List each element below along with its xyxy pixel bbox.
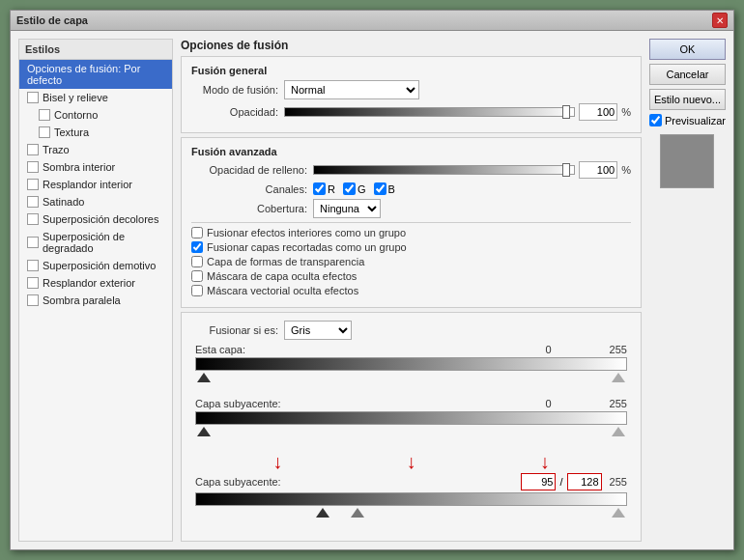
opacidad-thumb[interactable] [562, 105, 570, 119]
sidebar-item-superpos-decolores[interactable]: Superposición decolores [19, 210, 172, 228]
sidebar-item-trazo[interactable]: Trazo [19, 141, 172, 158]
sombra-interior-checkbox[interactable] [27, 161, 39, 173]
canal-b-text: B [388, 183, 395, 195]
preview-check-label[interactable]: Previsualizar [649, 114, 726, 126]
textura-checkbox[interactable] [39, 126, 50, 138]
fusionar-si-label: Fusionar si es: [191, 324, 278, 336]
fusion-avanzada-title: Fusión avanzada [191, 146, 631, 157]
sidebar-item-resplandor-exterior[interactable]: Resplandor exterior [19, 274, 172, 292]
sidebar-item-label: Superposición de degradado [43, 231, 164, 254]
canal-b-label[interactable]: B [374, 182, 395, 195]
sidebar-item-label: Resplandor exterior [43, 277, 135, 289]
mascara-vectorial-checkbox[interactable] [191, 285, 203, 296]
opacidad-slider[interactable] [284, 107, 575, 117]
canal-r-text: R [328, 183, 335, 195]
capa-sub2-thumb-left2[interactable] [351, 508, 364, 518]
capa-sub2-label: Capa subyacente: [195, 476, 281, 488]
new-style-button[interactable]: Estilo nuevo... [649, 89, 726, 110]
superpos-demotivo-checkbox[interactable] [27, 260, 39, 271]
resplandor-exterior-checkbox[interactable] [27, 277, 39, 289]
superpos-decolores-checkbox[interactable] [27, 213, 39, 225]
capa-sub-max: 255 [610, 398, 627, 409]
esta-capa-labels: Esta capa: 0 255 [195, 344, 627, 355]
arrows-row: ↓ ↓ ↓ [191, 452, 631, 471]
bisel-checkbox[interactable] [27, 92, 39, 103]
cobertura-select[interactable]: Ninguna Superficial Profunda [313, 199, 381, 218]
esta-capa-thumb-right[interactable] [612, 373, 625, 382]
canal-g-checkbox[interactable] [343, 182, 356, 195]
trazo-checkbox[interactable] [27, 144, 39, 155]
canal-r-label[interactable]: R [313, 182, 335, 195]
sidebar-item-label: Superposición demotivo [43, 260, 156, 271]
checkbox-row-2: Fusionar capas recortadas como un grupo [191, 241, 631, 253]
channels-row: R G B [313, 182, 395, 195]
sidebar-item-satinado[interactable]: Satinado [19, 193, 172, 210]
capa-formas-checkbox[interactable] [191, 256, 203, 267]
sidebar-header: Estilos [19, 40, 172, 60]
capa-sub2-section: Capa subyacente: / 255 [191, 473, 631, 518]
canal-r-checkbox[interactable] [313, 182, 326, 195]
fusionar-capas-checkbox[interactable] [191, 241, 203, 253]
panel-title: Opciones de fusión [181, 39, 642, 52]
capa-sub2-thumb-left1[interactable] [316, 508, 329, 518]
sidebar-item-label: Resplandor interior [43, 179, 132, 190]
opacidad-slider-container: % [284, 103, 631, 121]
fusionar-efectos-checkbox[interactable] [191, 227, 203, 238]
sidebar-item-label: Contorno [54, 109, 98, 121]
contorno-checkbox[interactable] [39, 109, 50, 121]
capa-sub-thumb-right[interactable] [612, 427, 625, 436]
canales-row: Canales: R G B [191, 182, 631, 195]
capa-sub2-track[interactable] [195, 492, 627, 506]
superpos-degradado-checkbox[interactable] [27, 237, 39, 248]
capa-sub-track-container [195, 411, 627, 436]
opacidad-input[interactable] [579, 103, 617, 121]
fusion-general-title: Fusión general [191, 65, 631, 76]
sidebar-item-sombra-paralela[interactable]: Sombra paralela [19, 292, 172, 309]
sidebar-item-superpos-degradado[interactable]: Superposición de degradado [19, 228, 172, 257]
fusionar-si-select[interactable]: Gris Rojo Verde Azul [284, 321, 352, 340]
cobertura-row: Cobertura: Ninguna Superficial Profunda [191, 199, 631, 218]
capa-sub2-thumb-right[interactable] [612, 508, 625, 518]
resplandor-interior-checkbox[interactable] [27, 179, 39, 190]
esta-capa-min: 0 [545, 344, 551, 355]
fusion-avanzada-panel: Fusión avanzada Opacidad de relleno: % C… [181, 137, 642, 308]
satinado-checkbox[interactable] [27, 196, 39, 208]
sombra-paralela-checkbox[interactable] [27, 294, 39, 306]
sidebar-item-contorno[interactable]: Contorno [19, 106, 172, 124]
sidebar-item-label: Superposición decolores [43, 213, 158, 225]
capa-sub-section: Capa subyacente: 0 255 [191, 398, 631, 436]
arrow-3-icon: ↓ [540, 452, 550, 471]
sidebar-item-textura[interactable]: Textura [19, 124, 172, 141]
preview-checkbox[interactable] [649, 114, 662, 126]
sidebar-item-bisel[interactable]: Bisel y relieve [19, 89, 172, 106]
canal-g-label[interactable]: G [343, 182, 366, 195]
capa-sub-thumb-left[interactable] [197, 427, 211, 436]
blend-if-panel: Fusionar si es: Gris Rojo Verde Azul Est… [181, 312, 642, 542]
modo-fusion-select[interactable]: Normal Disolver Oscurecer Multiplicar [284, 80, 419, 99]
ok-button[interactable]: OK [649, 39, 726, 60]
main-content: Opciones de fusión Fusión general Modo d… [181, 39, 642, 542]
cancel-button[interactable]: Cancelar [649, 64, 726, 85]
capa-sub2-val2-input[interactable] [567, 473, 602, 490]
canal-g-text: G [358, 183, 366, 195]
arrow-1-icon: ↓ [272, 452, 282, 471]
opacidad-relleno-slider[interactable] [313, 165, 575, 175]
cobertura-label: Cobertura: [191, 203, 307, 214]
sidebar-item-sombra-interior[interactable]: Sombra interior [19, 158, 172, 176]
capa-formas-label: Capa de formas de transparencia [207, 256, 364, 267]
close-button[interactable]: ✕ [712, 13, 728, 28]
opacidad-relleno-input[interactable] [579, 161, 617, 179]
mascara-capa-checkbox[interactable] [191, 270, 203, 282]
esta-capa-track[interactable] [195, 357, 627, 371]
capa-sub-track[interactable] [195, 411, 627, 425]
opacidad-relleno-slider-container: % [313, 161, 631, 179]
esta-capa-thumb-left[interactable] [197, 373, 211, 382]
sidebar-item-resplandor-interior[interactable]: Resplandor interior [19, 176, 172, 193]
mascara-capa-label: Máscara de capa oculta efectos [207, 270, 357, 282]
opacidad-relleno-thumb[interactable] [562, 163, 570, 177]
checkbox-row-4: Máscara de capa oculta efectos [191, 270, 631, 282]
canal-b-checkbox[interactable] [374, 182, 386, 195]
sidebar-item-fusion-options[interactable]: Opciones de fusión: Por defecto [19, 60, 172, 89]
capa-sub2-val1-input[interactable] [521, 473, 556, 490]
sidebar-item-superpos-demotivo[interactable]: Superposición demotivo [19, 257, 172, 274]
